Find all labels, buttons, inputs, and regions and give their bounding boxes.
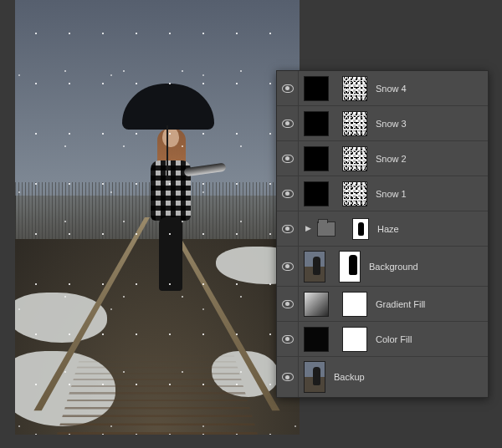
layer-name-label[interactable]: Snow 4 <box>372 84 483 94</box>
layer-thumbnail[interactable] <box>304 361 325 393</box>
layer-name-label[interactable]: Backup <box>330 372 483 382</box>
eye-icon <box>282 120 294 128</box>
layer-thumbnail[interactable] <box>304 146 329 171</box>
layer-thumbnails <box>304 76 367 101</box>
eye-icon <box>282 335 294 344</box>
layer-name-label[interactable]: Gradient Fill <box>372 299 483 309</box>
figure-legs <box>159 217 182 291</box>
layer-visibility-toggle[interactable] <box>277 357 299 397</box>
group-mask-thumbnail[interactable] <box>352 218 369 240</box>
layer-row-color-fill[interactable]: Color Fill <box>277 322 488 357</box>
layer-thumbnails <box>304 361 325 393</box>
layer-thumbnails <box>304 251 361 283</box>
eye-icon <box>282 262 294 271</box>
layer-row-snow-2[interactable]: Snow 2 <box>277 141 488 176</box>
layer-row-haze-group[interactable]: ▶ Haze <box>277 211 488 247</box>
eye-icon <box>282 300 294 308</box>
layer-visibility-toggle[interactable] <box>277 322 299 356</box>
group-disclosure-arrow-icon[interactable]: ▶ <box>304 225 312 232</box>
layer-mask-thumbnail[interactable] <box>342 181 367 206</box>
layer-mask-thumbnail[interactable] <box>342 146 367 171</box>
layer-visibility-toggle[interactable] <box>277 106 299 140</box>
layer-visibility-toggle[interactable] <box>277 71 299 105</box>
layer-row-snow-3[interactable]: Snow 3 <box>277 106 488 141</box>
layer-row-snow-4[interactable]: Snow 4 <box>277 71 488 106</box>
eye-icon <box>282 225 294 233</box>
layer-name-label[interactable]: Background <box>366 262 483 272</box>
layer-mask-thumbnail[interactable] <box>342 111 367 136</box>
layers-panel: Snow 4 Snow 3 Snow 2 <box>276 70 489 398</box>
layer-name-label[interactable]: Snow 1 <box>372 189 483 199</box>
layer-row-background[interactable]: Background <box>277 247 488 287</box>
layer-thumbnails <box>304 111 367 136</box>
layer-thumbnail[interactable] <box>304 111 329 136</box>
layer-visibility-toggle[interactable] <box>277 176 299 211</box>
document-canvas[interactable] <box>15 0 300 435</box>
layer-name-label[interactable]: Haze <box>374 224 483 234</box>
eye-icon <box>282 190 294 198</box>
figure-head <box>162 127 179 147</box>
layer-thumbnails <box>304 181 367 206</box>
eye-icon <box>282 155 294 163</box>
layer-thumbnails <box>304 327 367 352</box>
layer-thumbnails <box>304 292 367 317</box>
eye-icon <box>282 84 294 93</box>
canvas-figure <box>139 99 197 291</box>
layer-row-gradient-fill[interactable]: Gradient Fill <box>277 287 488 322</box>
canvas-rail-ties <box>57 353 258 435</box>
layer-name-label[interactable]: Snow 3 <box>372 119 483 129</box>
layer-name-label[interactable]: Color Fill <box>372 334 483 344</box>
layer-visibility-toggle[interactable] <box>277 287 299 321</box>
eye-icon <box>282 373 294 381</box>
layer-visibility-toggle[interactable] <box>277 247 299 286</box>
layer-thumbnail[interactable] <box>304 292 329 317</box>
layer-name-label[interactable]: Snow 2 <box>372 154 483 164</box>
layer-mask-thumbnail[interactable] <box>342 76 367 101</box>
layer-row-backup[interactable]: Backup <box>277 357 488 397</box>
layer-thumbnail[interactable] <box>304 181 329 206</box>
layer-thumbnail[interactable] <box>304 251 325 283</box>
layer-mask-thumbnail[interactable] <box>342 327 367 352</box>
layer-thumbnail[interactable] <box>304 327 329 352</box>
folder-icon <box>317 221 336 237</box>
layer-visibility-toggle[interactable] <box>277 141 299 176</box>
layer-mask-thumbnail[interactable] <box>339 251 361 283</box>
layer-row-snow-1[interactable]: Snow 1 <box>277 176 488 211</box>
layer-visibility-toggle[interactable] <box>277 211 299 246</box>
layer-thumbnails <box>304 146 367 171</box>
layer-mask-thumbnail[interactable] <box>342 292 367 317</box>
layer-thumbnail[interactable] <box>304 76 329 101</box>
